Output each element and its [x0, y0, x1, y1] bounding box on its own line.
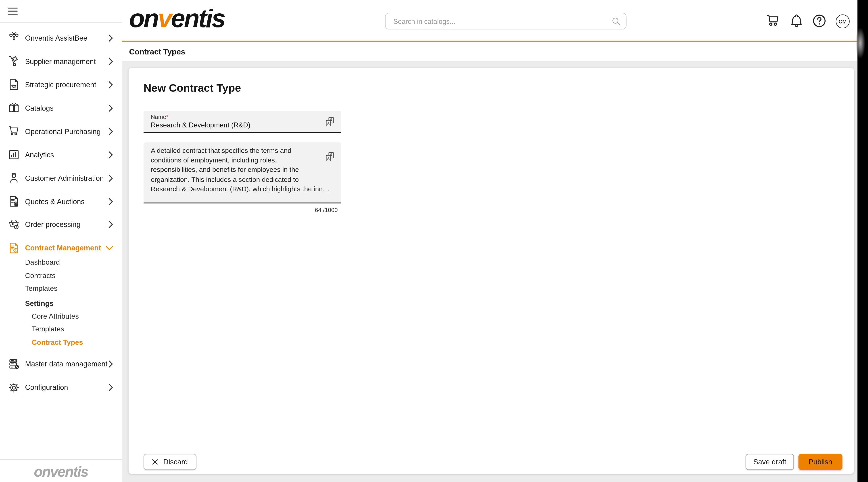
chevron-right-icon	[108, 104, 113, 111]
sidebar-item-configuration[interactable]: Configuration	[0, 376, 122, 399]
server-check-icon	[8, 358, 20, 370]
sidebar-item-core-attributes[interactable]: Core Attributes	[0, 310, 122, 323]
document-paragraph-icon: §	[8, 242, 20, 254]
svg-text:A: A	[327, 121, 330, 125]
description-text-line: responsibilities, and benefits for emplo…	[151, 165, 329, 175]
chevron-right-icon	[108, 34, 113, 41]
document-percent-icon	[8, 195, 20, 207]
chevron-right-icon	[108, 360, 113, 367]
sidebar-item-label: Customer Administration	[25, 174, 104, 182]
bee-icon	[8, 32, 20, 44]
logo-v-check: v	[158, 4, 171, 33]
gear-icon	[8, 381, 20, 393]
sidebar-item-label: Analytics	[25, 151, 54, 159]
description-textarea[interactable]: A detailed contract that specifies the t…	[144, 142, 341, 203]
sidebar-item-label: Quotes & Auctions	[25, 197, 85, 205]
bar-chart-icon	[8, 149, 20, 161]
description-text-line: organization. This includes a section de…	[151, 175, 329, 185]
sidebar-divider	[0, 22, 122, 23]
chevron-right-icon	[108, 384, 113, 391]
sidebar-item-operational-purchasing[interactable]: Operational Purchasing	[0, 120, 122, 143]
sidebar-item-label: Onventis AssistBee	[25, 34, 87, 42]
description-text: A detailed contract that specifies the t…	[151, 146, 329, 194]
close-icon	[152, 459, 158, 465]
sidebar-item-strategic-procurement[interactable]: Strategic procurement	[0, 73, 122, 96]
sidebar-item-dashboard[interactable]: Dashboard	[0, 256, 122, 269]
search-icon[interactable]	[611, 16, 622, 27]
open-book-icon	[8, 102, 20, 114]
breadcrumb-bar: Contract Types	[122, 42, 858, 61]
catalog-search-box	[385, 13, 627, 29]
hamburger-menu-icon[interactable]	[8, 7, 18, 15]
sidebar-item-label: Configuration	[25, 383, 68, 391]
publish-button-label: Publish	[809, 458, 832, 466]
chevron-right-icon	[108, 58, 113, 65]
save-draft-button-label: Save draft	[753, 458, 786, 466]
app-window: Onventis AssistBeeSupplier managementStr…	[0, 0, 868, 482]
description-text-line: A detailed contract that specifies the t…	[151, 146, 329, 156]
sidebar-item-label: Templates	[25, 284, 57, 293]
sidebar-item-label: Order processing	[25, 220, 81, 228]
sidebar-item-customer-administration[interactable]: Customer Administration	[0, 166, 122, 190]
notification-bell-icon[interactable]	[789, 13, 804, 28]
chevron-right-icon	[108, 128, 113, 135]
sidebar: Onventis AssistBeeSupplier managementStr…	[0, 0, 122, 482]
hand-truck-icon	[8, 55, 20, 67]
svg-text:§: §	[15, 248, 16, 252]
document-handshake-icon	[8, 78, 20, 91]
onventis-logo[interactable]: onventis	[129, 3, 225, 33]
sidebar-item-label: Settings	[25, 299, 54, 307]
character-count: 64 /1000	[144, 206, 338, 213]
translate-icon[interactable]: A	[324, 116, 336, 127]
name-field-label: Name*	[151, 114, 168, 120]
screen-edge-artifact	[857, 28, 865, 59]
new-contract-type-card: New Contract Type Name* Research & Devel…	[129, 68, 854, 474]
sidebar-item-supplier-management[interactable]: Supplier management	[0, 50, 122, 73]
basket-clock-icon	[8, 218, 20, 230]
chevron-right-icon	[108, 221, 113, 228]
chevron-down-icon	[106, 246, 113, 250]
sidebar-item-settings-templates[interactable]: Templates	[0, 322, 122, 335]
sidebar-item-label: Master data management	[25, 360, 107, 368]
name-input[interactable]: Research & Development (R&D)	[151, 121, 250, 129]
chevron-right-icon	[108, 198, 113, 205]
sidebar-item-order-processing[interactable]: Order processing	[0, 213, 122, 236]
sidebar-item-label: Core Attributes	[32, 312, 79, 320]
sidebar-item-settings[interactable]: Settings	[0, 296, 122, 310]
sidebar-footer-logo: onventis	[0, 463, 122, 480]
discard-button-label: Discard	[163, 458, 188, 466]
breadcrumb: Contract Types	[129, 47, 185, 56]
shopping-cart-icon	[8, 125, 20, 137]
sidebar-item-label: Templates	[32, 325, 64, 333]
sidebar-item-templates[interactable]: Templates	[0, 282, 122, 295]
user-crown-icon	[8, 172, 20, 184]
sidebar-item-label: Catalogs	[25, 104, 54, 112]
shopping-cart-icon[interactable]	[766, 13, 780, 28]
description-text-line: Research & Development (R&D), which high…	[151, 185, 329, 194]
sidebar-item-label: Strategic procurement	[25, 80, 96, 89]
name-field[interactable]: Name* Research & Development (R&D) A	[144, 111, 341, 133]
screen-edge-strip	[858, 0, 868, 482]
sidebar-item-contracts[interactable]: Contracts	[0, 269, 122, 282]
publish-button[interactable]: Publish	[798, 454, 842, 470]
discard-button[interactable]: Discard	[144, 454, 196, 470]
help-question-icon[interactable]	[812, 13, 827, 28]
required-asterisk: *	[166, 114, 168, 120]
translate-icon[interactable]: A	[324, 151, 336, 162]
save-draft-button[interactable]: Save draft	[746, 454, 794, 470]
sidebar-item-quotes-auctions[interactable]: Quotes & Auctions	[0, 190, 122, 213]
sidebar-item-label: Contracts	[25, 271, 55, 279]
user-avatar[interactable]: CM	[836, 14, 849, 28]
sidebar-item-label: Operational Purchasing	[25, 127, 101, 135]
sidebar-item-label: Contract Management	[25, 244, 101, 252]
sidebar-item-catalogs[interactable]: Catalogs	[0, 96, 122, 120]
sidebar-item-contract-types[interactable]: Contract Types	[0, 335, 122, 349]
search-input[interactable]	[392, 13, 606, 30]
sidebar-item-onventis-assistbee[interactable]: Onventis AssistBee	[0, 26, 122, 50]
page-title: New Contract Type	[144, 82, 241, 94]
logo-text: entis	[171, 4, 225, 33]
chevron-right-icon	[108, 81, 113, 88]
top-header-bar: onventis CM	[122, 0, 858, 42]
sidebar-item-analytics[interactable]: Analytics	[0, 143, 122, 166]
sidebar-item-master-data-management[interactable]: Master data management	[0, 352, 122, 376]
